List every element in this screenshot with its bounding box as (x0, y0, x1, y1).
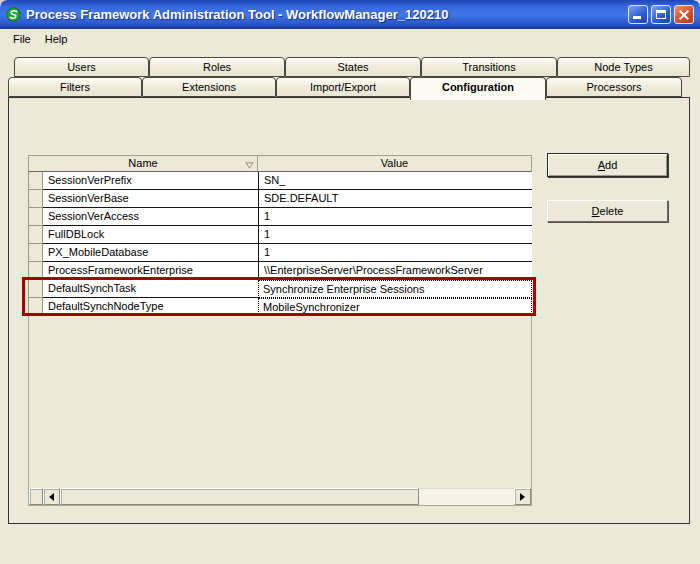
tab-node-types[interactable]: Node Types (557, 57, 690, 77)
menu-help[interactable]: Help (38, 31, 75, 47)
arrow-right-icon (520, 493, 525, 501)
row-selector[interactable] (28, 208, 43, 226)
grid-header-row: Name Value (28, 155, 532, 172)
cell-value[interactable]: 1 (258, 208, 532, 226)
column-header-value[interactable]: Value (258, 156, 531, 171)
cell-name[interactable]: DefaultSynchNodeType (43, 298, 258, 316)
cell-value[interactable]: Synchronize Enterprise Sessions (258, 280, 532, 298)
add-button[interactable]: Add (547, 153, 668, 177)
row-selector[interactable] (28, 244, 43, 262)
row-selector[interactable] (28, 262, 43, 280)
properties-grid: SessionVerPrefix SN_ SessionVerBase SDE.… (28, 172, 532, 316)
table-row[interactable]: SessionVerPrefix SN_ (28, 172, 532, 190)
row-selector[interactable] (28, 172, 43, 190)
cell-value[interactable]: MobileSynchronizer (258, 298, 532, 316)
table-row[interactable]: FullDBLock 1 (28, 226, 532, 244)
cell-value[interactable]: SN_ (258, 172, 532, 190)
tab-transitions[interactable]: Transitions (421, 57, 557, 77)
row-selector[interactable] (28, 280, 43, 298)
table-row[interactable]: SessionVerAccess 1 (28, 208, 532, 226)
scrollbar-thumb[interactable] (60, 488, 419, 505)
table-row[interactable]: ProcessFrameworkEnterprise \\EnterpriseS… (28, 262, 532, 280)
scrollbar-track[interactable] (419, 488, 514, 505)
table-row[interactable]: SessionVerBase SDE.DEFAULT (28, 190, 532, 208)
row-selector[interactable] (28, 226, 43, 244)
cell-value[interactable]: SDE.DEFAULT (258, 190, 532, 208)
column-header-value-label: Value (381, 157, 408, 169)
cell-value[interactable]: 1 (258, 226, 532, 244)
table-row-highlighted[interactable]: DefaultSynchNodeType MobileSynchronizer (28, 298, 532, 316)
delete-button[interactable]: Delete (547, 200, 668, 222)
scrollbar-corner (29, 488, 43, 505)
menu-file[interactable]: File (6, 31, 38, 47)
row-selector[interactable] (28, 298, 43, 316)
minimize-button[interactable] (628, 5, 648, 24)
cell-name[interactable]: ProcessFrameworkEnterprise (43, 262, 258, 280)
tab-configuration[interactable]: Configuration (410, 77, 546, 100)
maximize-button[interactable] (651, 5, 671, 24)
title-bar[interactable]: Process Framework Administration Tool - … (0, 0, 700, 29)
cell-value[interactable]: \\EnterpriseServer\ProcessFrameworkServe… (258, 262, 532, 280)
window-title: Process Framework Administration Tool - … (26, 0, 448, 29)
close-button[interactable] (674, 5, 694, 24)
cell-value[interactable]: 1 (258, 244, 532, 262)
app-icon (6, 7, 21, 22)
cell-name[interactable]: SessionVerPrefix (43, 172, 258, 190)
column-header-name[interactable]: Name (29, 156, 258, 171)
maximize-icon (656, 10, 666, 19)
minimize-icon (633, 16, 641, 19)
arrow-left-icon (49, 493, 54, 501)
column-header-name-label: Name (128, 157, 157, 169)
scroll-right-button[interactable] (514, 488, 531, 505)
menu-bar: File Help (4, 29, 696, 48)
tab-extensions[interactable]: Extensions (142, 77, 276, 97)
tab-states[interactable]: States (285, 57, 421, 77)
scroll-left-button[interactable] (43, 488, 60, 505)
sort-descending-icon[interactable] (245, 159, 254, 168)
tab-processors[interactable]: Processors (546, 77, 682, 97)
cell-name[interactable]: PX_MobileDatabase (43, 244, 258, 262)
tab-filters[interactable]: Filters (8, 77, 142, 97)
tab-roles[interactable]: Roles (149, 57, 285, 77)
table-row[interactable]: PX_MobileDatabase 1 (28, 244, 532, 262)
cell-name[interactable]: SessionVerAccess (43, 208, 258, 226)
cell-name[interactable]: DefaultSynchTask (43, 280, 258, 298)
tab-users[interactable]: Users (14, 57, 149, 77)
cell-name[interactable]: SessionVerBase (43, 190, 258, 208)
tab-import-export[interactable]: Import/Export (276, 77, 410, 97)
cell-name[interactable]: FullDBLock (43, 226, 258, 244)
table-row-highlighted[interactable]: DefaultSynchTask Synchronize Enterprise … (28, 280, 532, 298)
row-selector[interactable] (28, 190, 43, 208)
horizontal-scrollbar (29, 488, 531, 505)
app-window: Process Framework Administration Tool - … (0, 0, 700, 564)
